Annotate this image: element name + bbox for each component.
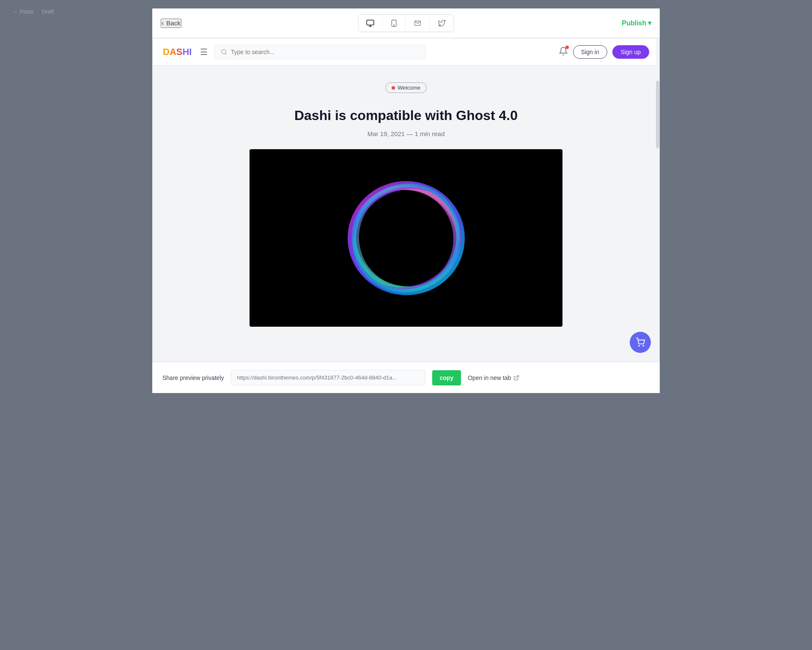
notification-bell[interactable] xyxy=(559,46,568,57)
logo-d: D xyxy=(163,46,170,57)
svg-point-9 xyxy=(333,165,479,311)
logo-s: S xyxy=(176,46,183,57)
article-area: Welcome Dashi is compatible with Ghost 4… xyxy=(153,66,659,361)
svg-point-6 xyxy=(345,176,467,300)
logo-i: I xyxy=(189,46,192,57)
cart-icon xyxy=(636,338,645,347)
twitter-device-button[interactable] xyxy=(430,15,454,31)
svg-rect-0 xyxy=(367,20,374,25)
article-meta: Mar 19, 2021 — 1 min read xyxy=(250,130,562,137)
tag-badge: Welcome xyxy=(385,82,427,93)
svg-point-7 xyxy=(339,173,472,303)
site-header: DASHI ☰ Sign in Sign up xyxy=(153,38,659,66)
svg-point-11 xyxy=(643,345,644,346)
logo-h: H xyxy=(182,46,189,57)
ring-graphic xyxy=(273,163,539,314)
article-inner: Welcome Dashi is compatible with Ghost 4… xyxy=(250,82,562,327)
publish-button[interactable]: Publish ▾ xyxy=(622,19,651,27)
svg-point-2 xyxy=(394,25,395,25)
signin-button[interactable]: Sign in xyxy=(573,45,607,59)
background-nav: ← Posts Draft xyxy=(13,8,54,15)
desktop-icon xyxy=(366,19,375,27)
publish-label: Publish xyxy=(622,19,646,27)
open-tab-label: Open in new tab xyxy=(468,374,511,381)
logo-a: A xyxy=(170,46,176,57)
header-actions: Sign in Sign up xyxy=(559,45,649,59)
search-icon xyxy=(221,49,227,55)
back-arrow-icon: ‹ xyxy=(162,19,164,27)
svg-point-4 xyxy=(222,49,226,54)
toolbar-right-actions: Publish ▾ xyxy=(622,19,651,27)
signup-button[interactable]: Sign up xyxy=(612,45,649,59)
search-bar[interactable] xyxy=(214,45,426,59)
scrollbar[interactable] xyxy=(656,38,659,361)
preview-frame: DASHI ☰ Sign in Sign up xyxy=(152,38,660,362)
preview-url-input[interactable] xyxy=(231,370,425,385)
preview-toolbar: ‹ Back xyxy=(152,8,660,38)
notification-badge xyxy=(565,46,569,49)
svg-point-10 xyxy=(639,345,639,346)
back-button[interactable]: ‹ Back xyxy=(161,19,181,28)
device-switcher xyxy=(358,14,454,32)
open-in-new-tab-button[interactable]: Open in new tab xyxy=(468,374,519,381)
svg-line-12 xyxy=(516,375,518,378)
back-label: Back xyxy=(166,19,180,27)
tag-label: Welcome xyxy=(398,85,420,91)
publish-chevron-icon: ▾ xyxy=(648,19,651,27)
search-input[interactable] xyxy=(231,49,420,55)
scrollbar-thumb[interactable] xyxy=(656,81,659,148)
external-link-icon xyxy=(513,375,519,381)
mobile-icon xyxy=(390,19,398,27)
tag-dot xyxy=(392,86,395,90)
site-logo: DASHI xyxy=(163,46,192,57)
email-device-button[interactable] xyxy=(406,16,430,31)
bottom-bar: Share preview privately copy Open in new… xyxy=(152,362,660,393)
article-title: Dashi is compatible with Ghost 4.0 xyxy=(250,107,562,123)
hero-image xyxy=(250,149,562,327)
copy-button[interactable]: copy xyxy=(432,370,461,385)
preview-modal: ‹ Back xyxy=(152,8,660,393)
share-label: Share preview privately xyxy=(162,374,224,381)
back-to-posts: ← Posts xyxy=(13,8,33,15)
mobile-device-button[interactable] xyxy=(383,15,406,32)
cart-button[interactable] xyxy=(630,332,651,353)
hamburger-icon[interactable]: ☰ xyxy=(200,47,208,57)
draft-status: Draft xyxy=(42,8,54,15)
email-icon xyxy=(414,20,422,27)
twitter-icon xyxy=(438,19,446,27)
desktop-device-button[interactable] xyxy=(359,15,383,32)
